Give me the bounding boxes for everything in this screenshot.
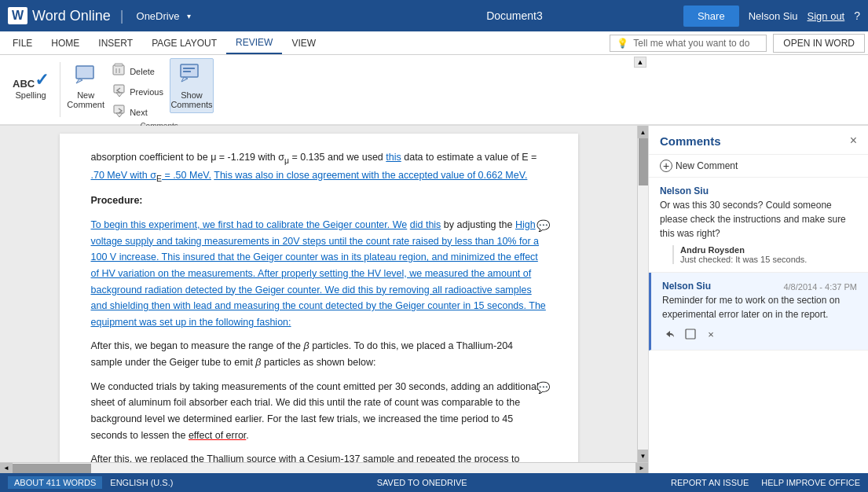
h-scroll-track[interactable] bbox=[13, 463, 635, 473]
scroll-left-button[interactable]: ◄ bbox=[0, 463, 13, 473]
comment-actions-2: × bbox=[662, 326, 857, 342]
comments-title: Comments bbox=[660, 134, 721, 148]
svg-marker-1 bbox=[76, 79, 82, 83]
menu-insert[interactable]: INSERT bbox=[89, 33, 142, 53]
logo-area: W Word Online | OneDrive ▾ bbox=[8, 7, 346, 24]
menu-bar: FILE HOME INSERT PAGE LAYOUT REVIEW VIEW… bbox=[0, 31, 868, 55]
reply-body-1: Just checked: It was 15 seconds. bbox=[680, 255, 857, 264]
bulb-icon: 💡 bbox=[617, 38, 628, 49]
previous-icon bbox=[112, 83, 126, 100]
comment-balloon-1[interactable]: 💬 bbox=[537, 217, 550, 234]
spelling-section: ABC ✓ Spelling bbox=[6, 55, 55, 124]
report-issue-link[interactable]: REPORT AN ISSUE bbox=[671, 478, 749, 487]
tell-me-placeholder: Tell me what you want to do bbox=[633, 38, 749, 49]
svg-marker-9 bbox=[116, 113, 123, 117]
comment-reply-icon[interactable] bbox=[662, 326, 678, 342]
spelling-button[interactable]: ABC ✓ Spelling bbox=[6, 58, 55, 113]
horizontal-scrollbar[interactable]: ◄ ► bbox=[0, 462, 648, 473]
onedrive-link[interactable]: OneDrive bbox=[137, 10, 180, 22]
document-inner: absorption coefficient to be μ = -1.219 … bbox=[0, 126, 648, 462]
app-name: Word Online bbox=[32, 8, 111, 24]
reply-thread-1: Andru Roysden Just checked: It was 15 se… bbox=[672, 245, 857, 264]
vertical-scrollbar[interactable]: ▲ ▼ bbox=[637, 126, 648, 462]
next-label: Next bbox=[130, 108, 148, 117]
document-area[interactable]: absorption coefficient to be μ = -1.219 … bbox=[0, 126, 637, 462]
scroll-track[interactable] bbox=[638, 138, 648, 450]
menu-home[interactable]: HOME bbox=[42, 33, 89, 53]
spelling-icon: ABC ✓ bbox=[13, 72, 49, 89]
scroll-up-button[interactable]: ▲ bbox=[638, 126, 648, 138]
ribbon: ABC ✓ Spelling NewComment bbox=[0, 55, 868, 126]
scroll-right-button[interactable]: ► bbox=[635, 463, 648, 473]
show-comments-button[interactable]: ShowComments bbox=[170, 58, 214, 113]
language-indicator: ENGLISH (U.S.) bbox=[110, 478, 173, 487]
comment-date-2: 4/8/2014 - 4:37 PM bbox=[783, 282, 857, 292]
menu-page-layout[interactable]: PAGE LAYOUT bbox=[142, 33, 226, 53]
help-improve-link[interactable]: HELP IMPROVE OFFICE bbox=[761, 478, 860, 487]
comment-thread-1: Nelson Siu Or was this 30 seconds? Could… bbox=[649, 178, 868, 273]
abc-text: ABC bbox=[13, 79, 35, 89]
svg-rect-13 bbox=[183, 71, 191, 72]
new-comment-panel-label: New Comment bbox=[676, 160, 738, 171]
comments-header: Comments × bbox=[649, 126, 868, 155]
comment-body-1: Or was this 30 seconds? Could someone pl… bbox=[660, 198, 857, 240]
onedrive-dropdown-icon[interactable]: ▾ bbox=[187, 12, 191, 20]
doc-paragraph-4: After this, we began to measure the rang… bbox=[91, 338, 547, 370]
svg-rect-12 bbox=[183, 68, 195, 69]
sign-out-link[interactable]: Sign out bbox=[808, 10, 845, 22]
comment-body-2: Reminder for me to work on the section o… bbox=[662, 293, 857, 321]
spelling-label: Spelling bbox=[16, 90, 46, 100]
new-comment-icon bbox=[75, 63, 97, 89]
scroll-thumb[interactable] bbox=[639, 138, 648, 185]
reply-author-1: Andru Roysden bbox=[680, 245, 857, 255]
user-name: Nelson Siu bbox=[749, 10, 798, 22]
divider: | bbox=[120, 8, 124, 24]
titlebar-right: Share Nelson Siu Sign out ? bbox=[683, 6, 860, 27]
comment-delete-icon[interactable]: × bbox=[703, 326, 719, 342]
comment-expand-icon[interactable] bbox=[683, 326, 698, 342]
menu-view[interactable]: VIEW bbox=[282, 33, 325, 53]
h-scroll-thumb[interactable] bbox=[13, 464, 91, 473]
comment-thread-2-header: Nelson Siu 4/8/2014 - 4:37 PM bbox=[662, 281, 857, 293]
show-comments-icon bbox=[180, 63, 203, 89]
tell-me-search[interactable]: 💡 Tell me what you want to do bbox=[610, 35, 767, 52]
comment-balloon-2[interactable]: 💬 bbox=[537, 379, 550, 396]
comments-panel: Comments × + New Comment Nelson Siu Or w… bbox=[648, 126, 868, 473]
new-comment-button[interactable]: NewComment bbox=[65, 58, 106, 113]
previous-button[interactable]: Previous bbox=[108, 82, 168, 101]
svg-marker-11 bbox=[181, 77, 188, 82]
ribbon-collapse-button[interactable]: ▲ bbox=[634, 57, 646, 68]
document-wrapper: absorption coefficient to be μ = -1.219 … bbox=[0, 126, 648, 473]
delete-button[interactable]: Delete bbox=[108, 61, 168, 81]
document-title: Document3 bbox=[346, 9, 683, 22]
new-comment-label: NewComment bbox=[67, 90, 104, 109]
checkmark-icon: ✓ bbox=[35, 72, 49, 89]
share-button[interactable]: Share bbox=[683, 6, 739, 27]
comment-author-1: Nelson Siu bbox=[660, 185, 857, 196]
svg-rect-14 bbox=[686, 329, 695, 339]
comments-close-button[interactable]: × bbox=[850, 134, 857, 148]
doc-paragraph-2: Procedure: bbox=[91, 193, 547, 209]
doc-paragraph-6: After this, we replaced the Thallium sou… bbox=[91, 451, 547, 462]
menu-file[interactable]: FILE bbox=[3, 33, 42, 53]
plus-circle-icon: + bbox=[660, 160, 672, 172]
word-count[interactable]: ABOUT 411 WORDS bbox=[8, 476, 102, 489]
status-bar: ABOUT 411 WORDS ENGLISH (U.S.) SAVED TO … bbox=[0, 473, 868, 492]
delete-label: Delete bbox=[130, 67, 155, 76]
help-icon[interactable]: ? bbox=[854, 9, 860, 22]
next-button[interactable]: Next bbox=[108, 102, 168, 122]
scroll-down-button[interactable]: ▼ bbox=[638, 450, 648, 462]
comment-thread-2: Nelson Siu 4/8/2014 - 4:37 PM Reminder f… bbox=[649, 273, 868, 351]
previous-label: Previous bbox=[130, 87, 163, 97]
doc-paragraph-1: absorption coefficient to be μ = -1.219 … bbox=[91, 149, 547, 185]
content-area: absorption coefficient to be μ = -1.219 … bbox=[0, 126, 868, 473]
title-bar: W Word Online | OneDrive ▾ Document3 Sha… bbox=[0, 0, 868, 31]
open-in-word-button[interactable]: OPEN IN WORD bbox=[773, 34, 865, 53]
ribbon-divider-1 bbox=[60, 62, 60, 117]
svg-rect-2 bbox=[113, 65, 124, 75]
next-icon bbox=[112, 104, 126, 120]
menu-review[interactable]: REVIEW bbox=[226, 32, 282, 54]
new-comment-panel-button[interactable]: + New Comment bbox=[649, 155, 868, 178]
svg-rect-5 bbox=[115, 64, 123, 66]
save-status: SAVED TO ONEDRIVE bbox=[173, 478, 671, 487]
